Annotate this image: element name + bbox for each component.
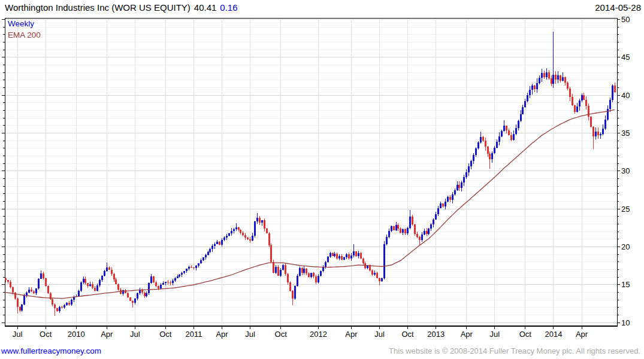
svg-text:Jul: Jul [490,330,500,339]
svg-text:Oct: Oct [159,330,172,339]
svg-text:Oct: Oct [402,330,415,339]
svg-text:Apr: Apr [101,330,113,339]
svg-text:15: 15 [621,280,630,289]
svg-text:2011: 2011 [185,330,202,339]
last-price: 40.41 [194,2,217,13]
price-chart: 101520253035404550JulOct2010AprJulOct201… [0,0,644,359]
title-row: Worthington Industries Inc (WOR US EQUIT… [5,2,641,14]
svg-text:45: 45 [621,53,630,62]
svg-text:Jul: Jul [130,330,140,339]
page-title: Worthington Industries Inc (WOR US EQUIT… [5,2,238,13]
legend-period: Weekly [8,20,34,28]
date-label: 2014-05-28 [595,2,641,13]
svg-text:2012: 2012 [310,330,327,339]
svg-text:2010: 2010 [68,330,85,339]
site-link[interactable]: www.fullertreacymoney.com [1,346,101,355]
svg-text:Apr: Apr [216,330,228,339]
svg-text:Oct: Oct [275,330,288,339]
price-change: 0.16 [220,2,237,13]
svg-text:2013: 2013 [427,330,445,339]
svg-text:Oct: Oct [519,330,532,339]
svg-text:35: 35 [621,129,630,138]
legend-ema: EMA 200 [8,31,41,39]
svg-text:Apr: Apr [576,330,588,339]
svg-text:30: 30 [621,166,630,175]
svg-text:2014: 2014 [545,330,562,339]
svg-text:50: 50 [621,15,630,24]
svg-text:Jul: Jul [245,330,255,339]
svg-text:Apr: Apr [345,330,358,339]
svg-text:20: 20 [621,242,630,251]
svg-text:25: 25 [621,205,630,214]
svg-text:Oct: Oct [40,330,52,339]
svg-text:Jul: Jul [13,330,23,339]
copyright-text: This website is © 2008-2014 Fuller Treac… [389,346,640,355]
svg-text:Jul: Jul [374,330,385,339]
chart-page: 101520253035404550JulOct2010AprJulOct201… [0,0,644,359]
instrument-name: Worthington Industries Inc (WOR US EQUIT… [5,2,191,13]
svg-text:40: 40 [621,91,630,100]
svg-text:Apr: Apr [461,330,473,339]
svg-text:10: 10 [621,318,630,327]
footer: www.fullertreacymoney.com This website i… [1,346,640,357]
